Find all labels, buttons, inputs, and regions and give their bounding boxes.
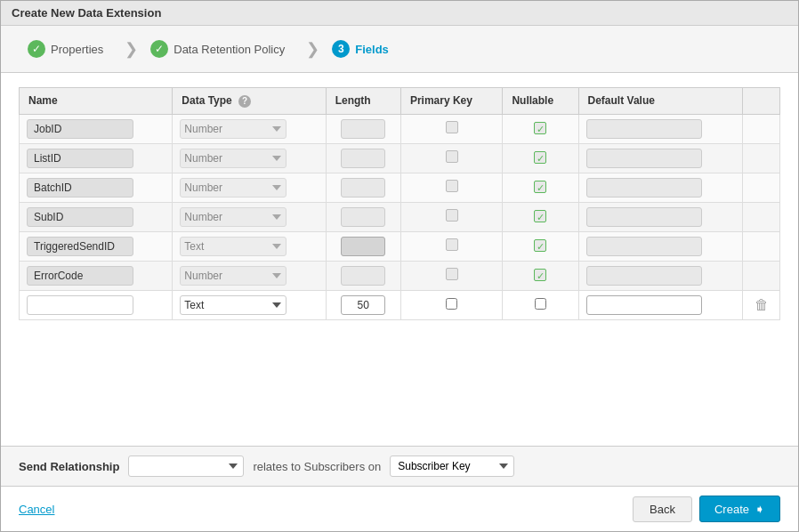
nullable-checkbox: ✓	[534, 181, 546, 193]
arrow-sep-2: ❯	[306, 39, 319, 59]
field-default-input	[586, 237, 702, 256]
tab-properties-label: Properties	[51, 43, 103, 56]
create-arrow-icon: ➧	[755, 502, 765, 516]
window-title: Create New Data Extension	[12, 6, 161, 20]
send-relationship-bar: Send Relationship relates to Subscribers…	[1, 446, 798, 486]
relates-text: relates to Subscribers on	[253, 460, 381, 473]
field-name-input	[27, 178, 133, 197]
tab-retention-label: Data Retention Policy	[174, 43, 285, 56]
field-type-select: Number	[180, 149, 287, 168]
col-header-nullable: Nullable	[503, 88, 578, 115]
table-row: Number✓	[20, 143, 780, 173]
field-length-input	[341, 266, 385, 286]
field-length-input	[341, 237, 385, 256]
table-row: Number✓	[20, 173, 780, 202]
arrow-sep-1: ❯	[125, 39, 138, 59]
nullable-checkbox: ✓	[534, 122, 546, 134]
primary-key-checkbox	[446, 209, 458, 222]
datatype-help-icon[interactable]: ?	[238, 95, 251, 108]
field-length-input	[341, 178, 385, 197]
field-default-input	[586, 207, 702, 227]
tab-data-retention[interactable]: ✓ Data Retention Policy	[141, 35, 303, 63]
create-label: Create	[714, 503, 749, 516]
field-name-input	[27, 207, 133, 227]
col-header-primarykey: Primary Key	[400, 88, 503, 115]
col-header-defaultvalue: Default Value	[578, 88, 743, 115]
new-field-length-input[interactable]	[341, 295, 385, 315]
new-nullable-checkbox[interactable]	[535, 298, 546, 310]
field-default-input	[586, 149, 702, 168]
field-type-select: Number	[180, 207, 287, 227]
field-type-select: Number	[180, 119, 287, 139]
new-primary-key-checkbox[interactable]	[446, 298, 457, 310]
title-bar: Create New Data Extension	[1, 1, 798, 26]
check-icon-properties: ✓	[28, 40, 45, 58]
primary-key-checkbox	[446, 121, 458, 133]
nullable-checkbox: ✓	[534, 239, 546, 252]
main-content: Name Data Type ? Length Primary Key Null…	[1, 73, 798, 446]
table-row: Number✓	[20, 114, 780, 143]
col-header-length: Length	[326, 88, 400, 115]
nullable-checkbox: ✓	[534, 151, 546, 164]
field-default-input	[586, 119, 702, 139]
col-header-actions	[743, 88, 780, 115]
create-button[interactable]: Create ➧	[699, 496, 780, 522]
num-icon-fields: 3	[332, 40, 350, 58]
send-relationship-label: Send Relationship	[19, 460, 119, 473]
tab-fields[interactable]: 3 Fields	[323, 35, 407, 63]
col-header-name: Name	[20, 88, 173, 115]
field-default-input	[586, 266, 702, 286]
tab-properties[interactable]: ✓ Properties	[19, 35, 121, 63]
send-relationship-select[interactable]	[128, 455, 244, 477]
new-field-name-input[interactable]	[27, 295, 133, 315]
field-length-input	[341, 149, 385, 168]
field-name-input	[27, 237, 133, 256]
field-name-input	[27, 149, 133, 168]
field-type-select: Number	[180, 178, 287, 197]
primary-key-checkbox	[446, 238, 458, 251]
subscriber-key-select[interactable]: Subscriber Key Subscriber ID	[390, 455, 514, 477]
nullable-checkbox: ✓	[534, 269, 546, 281]
delete-row-button[interactable]: 🗑	[755, 297, 769, 312]
new-field-default-input[interactable]	[586, 295, 702, 315]
wizard-tabs: ✓ Properties ❯ ✓ Data Retention Policy ❯…	[1, 26, 798, 73]
fields-table: Name Data Type ? Length Primary Key Null…	[19, 87, 780, 320]
table-row: Number✓	[20, 261, 780, 290]
primary-key-checkbox	[446, 150, 458, 163]
field-type-select: Number	[180, 266, 287, 286]
bottom-bar: Cancel Back Create ➧	[1, 486, 798, 531]
new-field-row: TextNumberDateBooleanEmailAddressPhoneDe…	[20, 290, 780, 319]
field-length-input	[341, 207, 385, 227]
table-row: Text✓	[20, 231, 780, 261]
check-icon-retention: ✓	[150, 40, 168, 58]
primary-key-checkbox	[446, 180, 458, 192]
col-header-datatype: Data Type ?	[173, 88, 326, 115]
tab-fields-label: Fields	[355, 43, 389, 56]
field-length-input	[341, 119, 385, 139]
table-row: Number✓	[20, 202, 780, 231]
new-field-type-select[interactable]: TextNumberDateBooleanEmailAddressPhoneDe…	[180, 295, 287, 315]
nullable-checkbox: ✓	[534, 210, 546, 222]
back-button[interactable]: Back	[633, 496, 692, 522]
field-name-input	[27, 119, 133, 139]
primary-key-checkbox	[446, 268, 458, 280]
field-name-input	[27, 266, 133, 286]
cancel-button[interactable]: Cancel	[19, 503, 54, 516]
field-default-input	[586, 178, 702, 197]
field-type-select: Text	[180, 237, 287, 256]
